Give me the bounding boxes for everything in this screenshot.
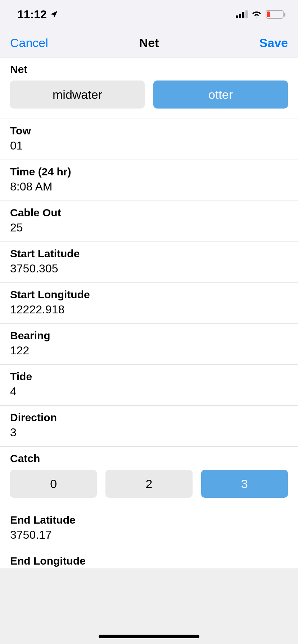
start-lat-field[interactable]: Start Latitude 3750.305 <box>0 242 298 283</box>
net-option-otter[interactable]: otter <box>153 80 288 109</box>
end-lat-field[interactable]: End Latitude 3750.17 <box>0 508 298 549</box>
time-label: Time (24 hr) <box>10 166 288 178</box>
location-icon <box>50 10 58 19</box>
catch-label: Catch <box>10 452 288 465</box>
page-title: Net <box>64 36 234 50</box>
status-bar: 11:12 <box>0 0 298 29</box>
catch-option-2[interactable]: 2 <box>105 470 192 498</box>
net-label: Net <box>10 63 288 75</box>
cable-out-label: Cable Out <box>10 207 288 219</box>
status-time: 11:12 <box>17 8 47 21</box>
tow-value: 01 <box>10 139 288 152</box>
bearing-field[interactable]: Bearing 122 <box>0 324 298 365</box>
cellular-icon <box>236 10 248 18</box>
direction-value: 3 <box>10 426 288 439</box>
battery-icon <box>266 10 284 19</box>
tow-field[interactable]: Tow 01 <box>0 119 298 160</box>
cable-out-value: 25 <box>10 221 288 234</box>
end-lat-label: End Latitude <box>10 514 288 526</box>
direction-field[interactable]: Direction 3 <box>0 406 298 447</box>
tide-label: Tide <box>10 371 288 383</box>
status-time-area: 11:12 <box>17 8 58 21</box>
tide-field[interactable]: Tide 4 <box>0 365 298 406</box>
cable-out-field[interactable]: Cable Out 25 <box>0 201 298 242</box>
cancel-button[interactable]: Cancel <box>10 36 64 50</box>
bottom-panel <box>0 568 298 644</box>
catch-section: Catch 0 2 3 <box>0 447 298 508</box>
end-lon-label: End Longitude <box>10 555 288 567</box>
form-content: Net midwater otter Tow 01 Time (24 hr) 8… <box>0 58 298 568</box>
start-lon-label: Start Longitude <box>10 289 288 301</box>
tide-value: 4 <box>10 385 288 398</box>
catch-segmented: 0 2 3 <box>10 470 288 498</box>
wifi-icon <box>251 10 262 18</box>
end-lon-field[interactable]: End Longitude 12222.709 <box>0 549 298 568</box>
direction-label: Direction <box>10 411 288 424</box>
status-right <box>236 10 284 19</box>
net-section: Net midwater otter <box>0 58 298 119</box>
time-field[interactable]: Time (24 hr) 8:08 AM <box>0 160 298 201</box>
tow-label: Tow <box>10 125 288 137</box>
catch-option-0[interactable]: 0 <box>10 470 97 498</box>
start-lat-value: 3750.305 <box>10 262 288 275</box>
time-value: 8:08 AM <box>10 180 288 193</box>
start-lon-field[interactable]: Start Longitude 12222.918 <box>0 283 298 324</box>
nav-bar: Cancel Net Save <box>0 29 298 58</box>
bearing-value: 122 <box>10 344 288 357</box>
start-lat-label: Start Latitude <box>10 248 288 260</box>
net-option-midwater[interactable]: midwater <box>10 80 145 109</box>
catch-option-3[interactable]: 3 <box>201 470 288 498</box>
start-lon-value: 12222.918 <box>10 303 288 316</box>
net-segmented: midwater otter <box>10 80 288 109</box>
bearing-label: Bearing <box>10 330 288 342</box>
home-indicator <box>99 635 199 638</box>
save-button[interactable]: Save <box>234 36 288 50</box>
end-lat-value: 3750.17 <box>10 528 288 542</box>
